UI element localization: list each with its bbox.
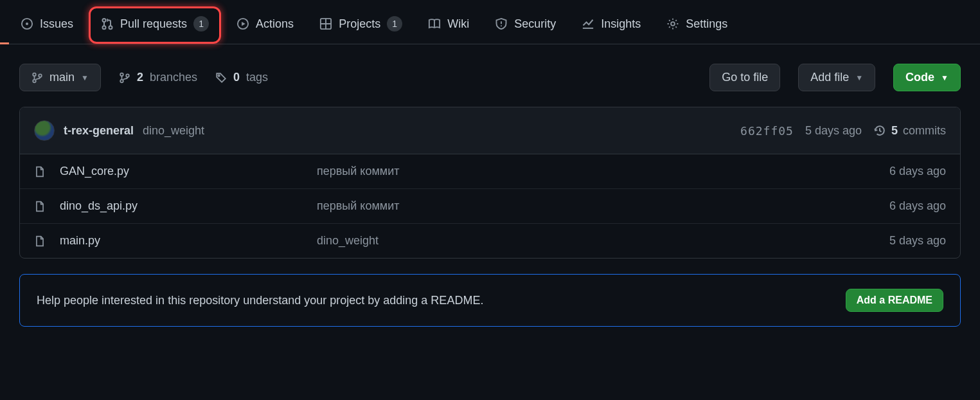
file-name[interactable]: main.py [60, 234, 304, 248]
latest-commit-row: t-rex-general dino_weight 662ff05 5 days… [20, 107, 960, 154]
tag-icon [215, 72, 227, 84]
tab-pull-requests[interactable]: Pull requests 1 [89, 6, 221, 44]
branches-link[interactable]: 2 branches [119, 71, 197, 84]
caret-down-icon: ▼ [855, 73, 863, 82]
projects-counter: 1 [387, 16, 402, 32]
tags-label: tags [246, 71, 268, 84]
go-to-file-label: Go to file [722, 71, 768, 84]
wiki-icon [428, 17, 441, 30]
readme-banner-text: Help people interested in this repositor… [37, 294, 483, 307]
tab-actions[interactable]: Actions [226, 10, 304, 41]
svg-point-13 [120, 79, 123, 82]
tab-wiki[interactable]: Wiki [418, 10, 479, 41]
repo-actions-bar: main ▼ 2 branches 0 tags Go to file Add … [0, 44, 980, 107]
svg-point-14 [126, 74, 129, 77]
code-button[interactable]: Code ▼ [893, 64, 961, 91]
tab-settings[interactable]: Settings [656, 10, 738, 41]
svg-point-12 [120, 73, 123, 76]
svg-point-10 [33, 79, 36, 82]
tab-pull-requests-label: Pull requests [120, 17, 187, 31]
file-commit-message[interactable]: первый коммит [317, 199, 877, 213]
file-icon [34, 166, 47, 177]
file-commit-message[interactable]: первый коммит [317, 165, 877, 178]
commits-count: 5 [891, 124, 898, 138]
settings-icon [666, 17, 679, 30]
branch-select-button[interactable]: main ▼ [19, 64, 101, 91]
tab-actions-label: Actions [256, 17, 294, 31]
file-icon [34, 235, 47, 247]
svg-point-3 [103, 26, 106, 29]
repo-nav: Issues Pull requests 1 Actions Projects … [0, 0, 980, 44]
tags-link[interactable]: 0 tags [215, 71, 268, 84]
tab-projects-label: Projects [339, 17, 380, 31]
commit-sha[interactable]: 662ff05 [740, 124, 794, 138]
file-commit-message[interactable]: dino_weight [317, 234, 877, 248]
branches-count: 2 [137, 71, 143, 84]
branch-name: main [49, 71, 75, 84]
svg-point-11 [39, 74, 42, 77]
add-readme-button[interactable]: Add a README [846, 289, 943, 312]
commits-link[interactable]: 5 commits [873, 124, 946, 138]
file-row: dino_ds_api.py первый коммит 6 days ago [20, 189, 960, 224]
branch-icon [119, 72, 130, 84]
commit-time: 5 days ago [805, 124, 862, 138]
caret-down-icon: ▼ [81, 73, 89, 82]
tags-count: 0 [233, 71, 240, 84]
svg-point-1 [26, 23, 28, 25]
tab-settings-label: Settings [686, 17, 727, 31]
branches-label: branches [150, 71, 197, 84]
tab-issues-label: Issues [40, 17, 73, 31]
pull-request-icon [101, 17, 114, 30]
tab-insights-label: Insights [601, 17, 641, 31]
file-listing: t-rex-general dino_weight 662ff05 5 days… [19, 107, 961, 259]
tab-security-label: Security [514, 17, 556, 31]
svg-point-7 [501, 25, 502, 26]
code-tab-indicator [0, 42, 9, 44]
svg-point-9 [33, 73, 36, 76]
tab-insights[interactable]: Insights [571, 10, 651, 41]
svg-point-4 [109, 26, 112, 29]
file-time: 5 days ago [889, 234, 946, 248]
go-to-file-button[interactable]: Go to file [709, 64, 780, 91]
file-row: main.py dino_weight 5 days ago [20, 224, 960, 258]
code-button-label: Code [905, 71, 934, 84]
issues-icon [21, 17, 33, 30]
add-readme-label: Add a README [857, 295, 932, 306]
file-row: GAN_core.py первый коммит 6 days ago [20, 154, 960, 189]
commit-message[interactable]: dino_weight [143, 124, 204, 138]
commit-author[interactable]: t-rex-general [64, 124, 134, 138]
history-icon [873, 124, 886, 137]
tab-projects[interactable]: Projects 1 [309, 8, 413, 42]
svg-point-15 [218, 75, 219, 76]
branch-icon [31, 72, 43, 84]
caret-down-icon: ▼ [941, 73, 949, 82]
tab-security[interactable]: Security [485, 10, 566, 41]
add-file-button[interactable]: Add file ▼ [798, 64, 875, 91]
file-time: 6 days ago [889, 199, 946, 213]
projects-icon [319, 17, 332, 30]
file-time: 6 days ago [889, 165, 946, 178]
avatar[interactable] [34, 120, 55, 141]
readme-banner: Help people interested in this repositor… [19, 274, 961, 327]
actions-icon [236, 17, 249, 30]
commits-label: commits [903, 124, 946, 138]
insights-icon [582, 17, 594, 30]
tab-issues[interactable]: Issues [10, 10, 84, 41]
svg-point-2 [103, 19, 106, 22]
file-icon [34, 201, 47, 212]
pull-requests-counter: 1 [193, 16, 209, 32]
add-file-label: Add file [810, 71, 849, 84]
file-name[interactable]: GAN_core.py [60, 165, 304, 178]
file-name[interactable]: dino_ds_api.py [60, 199, 304, 213]
tab-wiki-label: Wiki [447, 17, 469, 31]
svg-point-8 [671, 22, 675, 26]
security-icon [495, 17, 508, 30]
